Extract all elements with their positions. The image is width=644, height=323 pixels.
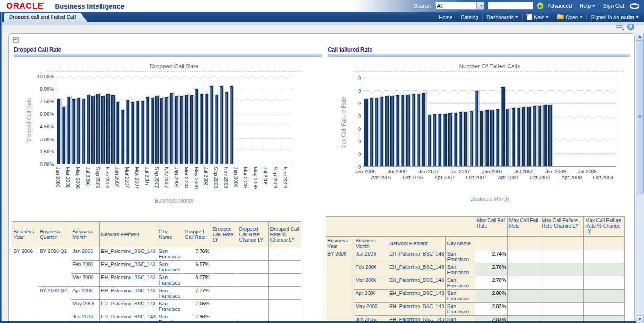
bar[interactable]: [57, 99, 60, 164]
bar[interactable]: [116, 102, 119, 164]
city-name-cell[interactable]: San Francisco: [446, 263, 475, 276]
bar[interactable]: [417, 94, 420, 166]
bar[interactable]: [475, 91, 478, 166]
bar[interactable]: [210, 86, 213, 164]
signed-in-menu[interactable]: Signed In Asocdm: [591, 14, 639, 20]
vertical-scrollbar[interactable]: [636, 33, 644, 323]
bar[interactable]: [87, 95, 90, 164]
bar[interactable]: [77, 98, 80, 164]
network-element-cell[interactable]: EH_Palomino_BSC_143: [388, 276, 446, 290]
bar[interactable]: [190, 95, 193, 164]
search-scope-select[interactable]: All: [435, 2, 484, 10]
search-go-button[interactable]: ▶: [537, 2, 544, 10]
business-month-cell[interactable]: Apr 2006: [71, 287, 100, 300]
bar[interactable]: [136, 101, 139, 164]
network-element-cell[interactable]: EH_Palomino_BSC_143: [388, 303, 446, 316]
bar[interactable]: [141, 101, 144, 164]
bar[interactable]: [160, 98, 163, 164]
bar[interactable]: [96, 94, 100, 164]
bar[interactable]: [165, 97, 168, 164]
bar[interactable]: [215, 95, 218, 164]
bar[interactable]: [67, 97, 70, 164]
bar[interactable]: [225, 92, 228, 164]
bar[interactable]: [72, 99, 75, 164]
business-month-cell[interactable]: May 2006: [354, 303, 388, 316]
nav-home[interactable]: Home: [439, 14, 452, 20]
network-element-cell[interactable]: EH_Palomino_BSC_143: [388, 250, 446, 263]
city-name-cell[interactable]: San Francisco: [446, 303, 475, 316]
network-element-cell[interactable]: EH_Palomino_BSC_143: [100, 300, 157, 313]
bar[interactable]: [443, 114, 446, 166]
business-month-cell[interactable]: Mar 2006: [71, 274, 100, 287]
bar[interactable]: [185, 95, 188, 164]
bar[interactable]: [146, 97, 149, 164]
nav-new[interactable]: ★ New: [527, 14, 548, 20]
nav-open[interactable]: Open: [557, 14, 582, 20]
city-name-cell[interactable]: San Francisco: [157, 287, 183, 300]
business-quarter-cell[interactable]: BY 2006 Q2: [38, 287, 71, 323]
bar[interactable]: [126, 100, 129, 164]
network-element-cell[interactable]: EH_Palomino_BSC_143: [388, 290, 446, 303]
bar[interactable]: [527, 107, 530, 166]
bar[interactable]: [464, 112, 467, 166]
bar[interactable]: [459, 112, 462, 166]
search-input[interactable]: [488, 2, 533, 10]
bar[interactable]: [230, 86, 233, 164]
network-element-cell[interactable]: EH_Palomino_BSC_143: [388, 263, 446, 276]
city-name-cell[interactable]: San Francisco: [446, 290, 475, 303]
bar[interactable]: [548, 105, 552, 167]
bar[interactable]: [448, 113, 452, 166]
bar[interactable]: [195, 89, 198, 164]
bar[interactable]: [533, 106, 536, 166]
bar[interactable]: [101, 96, 105, 164]
tab-dropped-call-and-failed-call[interactable]: Dropped call and Failed Call: [4, 13, 87, 22]
network-element-cell[interactable]: EH_Palomino_BSC_143: [100, 287, 157, 300]
bar[interactable]: [428, 115, 431, 166]
bar[interactable]: [406, 95, 409, 166]
bar[interactable]: [490, 110, 494, 166]
bar[interactable]: [91, 96, 95, 164]
network-element-cell[interactable]: EH_Palomino_BSC_143: [100, 261, 157, 274]
bar[interactable]: [131, 102, 134, 164]
nav-dashboards[interactable]: Dashboards: [487, 14, 518, 20]
bar[interactable]: [180, 96, 183, 164]
bar[interactable]: [496, 109, 499, 166]
city-name-cell[interactable]: San Francisco: [446, 276, 475, 290]
city-name-cell[interactable]: San Francisco: [446, 250, 475, 263]
network-element-cell[interactable]: EH_Palomino_BSC_143: [100, 274, 157, 287]
city-name-cell[interactable]: San Francisco: [157, 247, 183, 261]
business-month-cell[interactable]: Feb 2006: [354, 263, 388, 276]
city-name-cell[interactable]: San Francisco: [157, 274, 183, 287]
scrollbar-thumb[interactable]: [636, 40, 644, 194]
bar[interactable]: [370, 98, 373, 166]
bar[interactable]: [506, 109, 509, 166]
bar[interactable]: [380, 97, 383, 166]
bar[interactable]: [170, 93, 173, 164]
bar[interactable]: [538, 106, 541, 166]
bar[interactable]: [375, 98, 378, 166]
bar[interactable]: [470, 111, 473, 166]
bar[interactable]: [151, 98, 154, 164]
bar[interactable]: [205, 94, 208, 164]
page-options-icon[interactable]: [616, 24, 625, 30]
city-name-cell[interactable]: San Francisco: [157, 300, 183, 313]
bar[interactable]: [106, 94, 110, 164]
bar[interactable]: [121, 110, 124, 164]
bar[interactable]: [385, 96, 389, 166]
page-help-icon[interactable]: ?: [627, 24, 634, 30]
bar[interactable]: [62, 107, 65, 164]
business-year-cell[interactable]: BY 2006: [326, 250, 354, 323]
bar[interactable]: [485, 110, 488, 166]
bar[interactable]: [220, 86, 223, 164]
bar[interactable]: [517, 108, 520, 166]
business-month-cell[interactable]: Mar 2006: [354, 276, 388, 290]
bar[interactable]: [390, 96, 394, 166]
bar[interactable]: [412, 94, 415, 166]
bar[interactable]: [543, 105, 546, 166]
select-dropdown-button[interactable]: [476, 2, 484, 10]
bar[interactable]: [401, 95, 404, 166]
help-menu[interactable]: Help: [580, 3, 596, 9]
advanced-link[interactable]: Advanced: [548, 3, 572, 9]
business-month-cell[interactable]: Apr 2006: [354, 290, 388, 303]
business-month-cell[interactable]: Jan 2006: [354, 250, 388, 263]
